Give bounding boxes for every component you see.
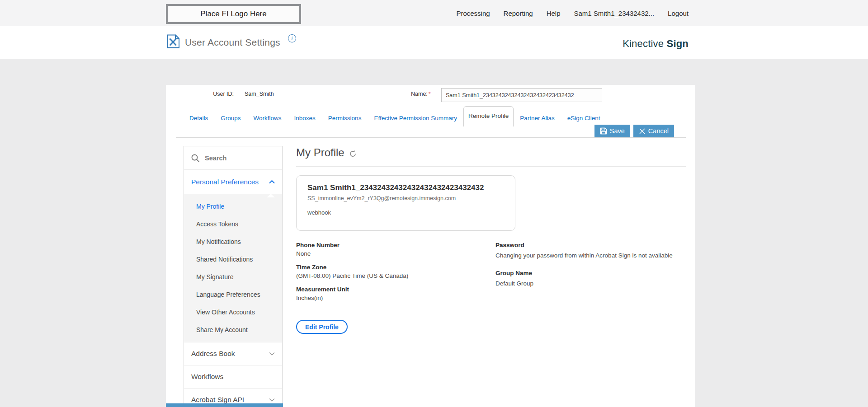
tab-effective-permission-summary[interactable]: Effective Permission Summary (368, 110, 463, 126)
brand-logo: Kinective Sign (623, 38, 689, 50)
info-icon[interactable]: i (288, 34, 296, 42)
profile-tag-webhook: webhook (307, 209, 504, 216)
save-button[interactable]: Save (594, 125, 630, 137)
field-password: Password Changing your password from wit… (495, 242, 685, 259)
profile-email: SS_immonline_evYm2_rY3Qg@remotesign.imme… (307, 195, 504, 201)
settings-sidebar: Personal Preferences My Profile Access T… (184, 146, 283, 407)
sidebar-section-address-book[interactable]: Address Book (184, 342, 282, 365)
sidebar-section-workflows[interactable]: Workflows (184, 365, 282, 388)
chevron-down-icon (269, 398, 275, 402)
field-group-name: Group Name Default Group (495, 270, 685, 287)
profile-fields-right: Password Changing your password from wit… (495, 242, 685, 298)
page-header: User Account Settings i Kinective Sign (0, 26, 868, 59)
sidebar-search (184, 146, 282, 170)
nav-processing[interactable]: Processing (456, 9, 490, 17)
profile-display-name: Sam1 Smith1_2343243243243243243242343243… (307, 183, 504, 192)
cancel-button-label: Cancel (648, 127, 669, 135)
nav-reporting[interactable]: Reporting (504, 9, 533, 17)
tab-workflows[interactable]: Workflows (247, 110, 288, 126)
tab-remote-profile[interactable]: Remote Profile (463, 106, 514, 126)
field-time-zone: Time Zone (GMT-08:00) Pacific Time (US &… (296, 264, 477, 279)
edit-profile-button[interactable]: Edit Profile (296, 320, 348, 334)
profile-fields-left: Phone Number None Time Zone (GMT-08:00) … (296, 242, 477, 308)
password-label: Password (495, 242, 685, 248)
tab-bar: Details Groups Workflows Inboxes Permiss… (183, 106, 607, 126)
workflows-label: Workflows (191, 373, 223, 381)
submenu-notch (267, 194, 275, 197)
divider-under-heading (296, 166, 686, 167)
brand-name: Kinective (623, 38, 664, 49)
sidebar-item-shared-notifications[interactable]: Shared Notifications (184, 251, 282, 268)
user-id-label: User ID: (211, 91, 234, 97)
user-id-value: Sam_Smith (245, 91, 274, 97)
sidebar-item-my-profile[interactable]: My Profile (184, 198, 282, 215)
brand-product: Sign (667, 38, 689, 49)
password-value: Changing your password from within Acrob… (495, 252, 685, 259)
sidebar-item-view-other-accounts[interactable]: View Other Accounts (184, 304, 282, 321)
tab-inboxes[interactable]: Inboxes (288, 110, 322, 126)
group-name-label: Group Name (495, 270, 685, 276)
name-label: Name:* (411, 91, 431, 97)
divider-under-actions (176, 137, 686, 138)
top-navigation: Processing Reporting Help Sam1 Smith1_23… (456, 0, 689, 26)
phone-number-value: None (296, 250, 477, 257)
nav-current-user[interactable]: Sam1 Smith1_23432432... (574, 9, 654, 17)
nav-logout[interactable]: Logout (668, 9, 689, 17)
my-profile-heading: My Profile (296, 146, 344, 159)
search-icon (191, 154, 200, 163)
save-icon (600, 127, 607, 135)
time-zone-value: (GMT-08:00) Pacific Time (US & Canada) (296, 272, 477, 279)
sidebar-item-access-tokens[interactable]: Access Tokens (184, 215, 282, 233)
profile-summary-card: Sam1 Smith1_2343243243243243243242343243… (296, 175, 515, 231)
tab-groups[interactable]: Groups (214, 110, 247, 126)
cancel-button[interactable]: Cancel (633, 125, 674, 137)
action-buttons: Save Cancel (594, 125, 674, 137)
chevron-up-icon (269, 180, 275, 184)
tab-esign-client[interactable]: eSign Client (561, 110, 607, 126)
measurement-unit-value: Inches(in) (296, 295, 477, 301)
measurement-unit-label: Measurement Unit (296, 286, 477, 293)
name-input[interactable] (441, 88, 602, 102)
horizontal-scrollbar-thumb[interactable] (166, 403, 283, 407)
cancel-x-icon (639, 128, 646, 135)
tab-details[interactable]: Details (183, 110, 214, 126)
time-zone-label: Time Zone (296, 264, 477, 271)
required-marker: * (429, 91, 431, 97)
search-input[interactable] (205, 154, 283, 162)
sidebar-item-my-signature[interactable]: My Signature (184, 268, 282, 286)
nav-help[interactable]: Help (547, 9, 561, 17)
content-heading: My Profile (296, 146, 357, 159)
refresh-icon[interactable] (349, 150, 357, 158)
sidebar-item-my-notifications[interactable]: My Notifications (184, 233, 282, 251)
personal-preferences-label: Personal Preferences (191, 178, 259, 186)
name-label-text: Name: (411, 91, 428, 97)
settings-document-icon (166, 34, 180, 48)
main-panel: User ID: Sam_Smith Name:* Details Groups… (166, 85, 695, 407)
address-book-label: Address Book (191, 350, 235, 358)
top-bar: Place FI Logo Here Processing Reporting … (0, 0, 868, 26)
group-name-value: Default Group (495, 280, 685, 287)
fi-logo-placeholder: Place FI Logo Here (166, 4, 301, 24)
sidebar-item-share-my-account[interactable]: Share My Account (184, 321, 282, 339)
acrobat-sign-api-label: Acrobat Sign API (191, 396, 244, 404)
save-button-label: Save (610, 127, 625, 135)
field-phone-number: Phone Number None (296, 242, 477, 257)
tab-permissions[interactable]: Permissions (322, 110, 368, 126)
sidebar-section-personal-preferences[interactable]: Personal Preferences (184, 170, 282, 194)
tab-partner-alias[interactable]: Partner Alias (514, 110, 561, 126)
phone-number-label: Phone Number (296, 242, 477, 248)
chevron-down-icon (269, 352, 275, 356)
field-measurement-unit: Measurement Unit Inches(in) (296, 286, 477, 301)
page-title: User Account Settings (185, 37, 280, 48)
personal-preferences-submenu: My Profile Access Tokens My Notification… (184, 194, 282, 342)
sidebar-item-language-preferences[interactable]: Language Preferences (184, 286, 282, 304)
